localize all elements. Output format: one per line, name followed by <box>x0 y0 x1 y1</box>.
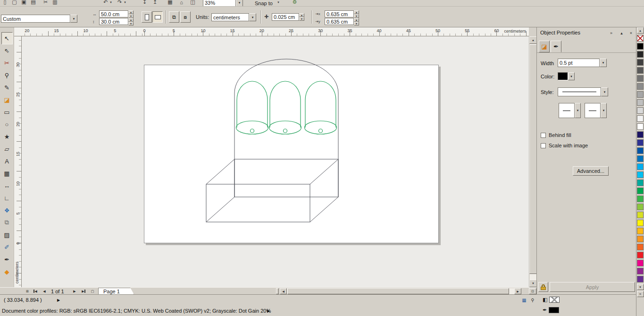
open-document-icon[interactable]: ▢ <box>10 0 18 6</box>
page-menu-button[interactable]: ▢ <box>89 288 96 294</box>
outline-color-dropdown-icon[interactable]: ▾ <box>568 72 575 80</box>
scroll-down-icon[interactable]: ▼ <box>529 280 537 287</box>
duplicate-x-value[interactable]: 0.635 cm <box>325 10 354 17</box>
welcome-screen-icon[interactable]: ⌂ <box>177 0 185 6</box>
lock-button[interactable] <box>538 282 548 292</box>
polygon-tool[interactable]: ★ <box>1 130 13 143</box>
all-pages-size-button[interactable]: ⧉ <box>169 11 179 23</box>
horizontal-scroll-thumb[interactable] <box>287 288 509 294</box>
dimension-tool[interactable]: ↔ <box>1 179 13 192</box>
palette-color-17[interactable] <box>637 179 644 186</box>
horizontal-scrollbar[interactable]: ◀ ▶ <box>280 288 521 294</box>
nudge-value[interactable]: 0.025 cm <box>272 13 299 21</box>
palette-color-26[interactable] <box>637 252 644 258</box>
behind-fill-checkbox[interactable] <box>541 133 546 138</box>
palette-scroll-down-icon[interactable]: ▼ <box>637 284 644 290</box>
palette-scroll-up-icon[interactable]: ▲ <box>637 27 644 34</box>
duplicate-x-field[interactable]: 0.635 cm ▲▼ <box>325 10 359 18</box>
palette-color-14[interactable] <box>637 155 644 162</box>
outline-tab[interactable]: ✒ <box>551 41 561 52</box>
advanced-button[interactable]: Advanced... <box>573 166 609 176</box>
shape-tool[interactable]: ⇖ <box>1 44 13 57</box>
preset-combo[interactable]: Custom ▾ <box>1 15 77 23</box>
pick-tool[interactable]: ↖ <box>1 32 13 44</box>
scroll-up-icon[interactable]: ▲ <box>529 36 537 44</box>
freehand-tool[interactable]: ✎ <box>1 81 13 94</box>
outline-style-dropdown-icon[interactable]: ▾ <box>601 87 608 96</box>
snap-to-label[interactable]: Snap to <box>255 0 273 6</box>
paper-width-spinner[interactable]: ▲▼ <box>128 10 134 18</box>
preset-value[interactable]: Custom <box>1 15 70 23</box>
chart-icon[interactable]: ◫ <box>189 0 197 6</box>
landscape-button[interactable] <box>152 11 163 23</box>
palette-color-25[interactable] <box>637 244 644 250</box>
export-icon[interactable]: ↥ <box>151 0 159 6</box>
drop-shadow-tool[interactable]: ⧉ <box>1 216 13 229</box>
last-page-button[interactable]: ▶ <box>79 288 87 294</box>
page-tab[interactable]: Page 1 <box>98 288 134 294</box>
spin-up-icon[interactable]: ▲ <box>354 18 359 22</box>
docker-close-icon[interactable]: × <box>627 29 635 36</box>
save-icon[interactable]: ▣ <box>20 0 28 6</box>
print-icon[interactable]: ▤ <box>29 0 37 6</box>
outline-width-dropdown-icon[interactable]: ▾ <box>600 59 607 67</box>
outline-pen-tool[interactable]: ✒ <box>1 253 13 265</box>
end-arrowhead-combo[interactable]: ▾ <box>585 103 607 118</box>
zoom-level-dropdown-icon[interactable]: ▾ <box>236 0 243 7</box>
spin-up-icon[interactable]: ▲ <box>128 10 134 14</box>
paper-width-field[interactable]: 50.0 cm ▲▼ <box>99 10 134 18</box>
palette-color-29[interactable] <box>637 276 644 282</box>
palette-color-18[interactable] <box>637 188 644 194</box>
spin-down-icon[interactable]: ▼ <box>299 17 304 21</box>
outline-width-value[interactable]: 0.5 pt <box>558 59 600 67</box>
zoom-level-combo[interactable]: 33% ▾ <box>203 0 243 7</box>
horizontal-ruler[interactable]: centimeters 2015105051015202530354045505… <box>14 27 529 36</box>
duplicate-x-spinner[interactable]: ▲▼ <box>354 10 359 18</box>
undo-dropdown-icon[interactable]: ▾ <box>109 0 113 6</box>
next-page-button[interactable]: ▶ <box>71 288 78 294</box>
blend-tool[interactable]: ❖ <box>1 204 13 216</box>
palette-color-22[interactable] <box>637 220 644 226</box>
vertical-scroll-thumb[interactable] <box>529 44 537 274</box>
add-page-button[interactable]: ⊞ <box>24 288 31 294</box>
drawing-canvas[interactable] <box>22 36 529 287</box>
palette-color-0[interactable] <box>637 43 644 50</box>
palette-color-20[interactable] <box>637 204 644 210</box>
scroll-left-icon[interactable]: ◀ <box>280 288 287 294</box>
outline-style-combo[interactable]: ▾ <box>558 87 608 96</box>
redo-dropdown-icon[interactable]: ▾ <box>123 0 127 6</box>
application-launcher-icon[interactable]: ▦ <box>166 0 174 6</box>
no-color-swatch[interactable] <box>637 35 644 42</box>
portrait-button[interactable] <box>142 11 152 23</box>
transparency-tool[interactable]: ▨ <box>1 229 13 241</box>
end-arrowhead-preview[interactable] <box>585 103 601 118</box>
spin-up-icon[interactable]: ▲ <box>128 18 134 22</box>
palette-color-5[interactable] <box>637 83 644 90</box>
outline-color-combo[interactable]: ▾ <box>558 72 575 80</box>
snap-to-dropdown-icon[interactable]: ▾ <box>276 0 281 6</box>
vertical-scrollbar[interactable]: ▲ ▼ <box>529 36 536 287</box>
current-page-size-button[interactable]: ⧇ <box>180 11 191 23</box>
start-arrowhead-combo[interactable]: ▾ <box>559 103 581 118</box>
palette-color-16[interactable] <box>637 171 644 178</box>
spin-down-icon[interactable]: ▼ <box>354 14 359 18</box>
eyedropper-tool[interactable]: ✐ <box>1 241 13 253</box>
palette-color-8[interactable] <box>637 107 644 114</box>
smart-fill-tool[interactable]: ◪ <box>1 94 13 106</box>
paper-height-spinner[interactable]: ▲▼ <box>128 18 134 26</box>
palette-color-4[interactable] <box>637 75 644 82</box>
rectangle-tool[interactable]: ▭ <box>1 106 13 118</box>
view-splitter-handle[interactable] <box>276 288 279 294</box>
palette-color-24[interactable] <box>637 236 644 242</box>
fill-tab[interactable]: ◪ <box>539 41 550 52</box>
palette-color-6[interactable] <box>637 91 644 98</box>
docker-quick-customize-icon[interactable]: » <box>608 29 615 36</box>
paper-height-value[interactable]: 30.0 cm <box>99 18 128 25</box>
cut-icon[interactable]: ✂ <box>42 0 50 6</box>
duplicate-y-field[interactable]: 0.635 cm ▲▼ <box>325 18 359 26</box>
preset-dropdown-icon[interactable]: ▾ <box>70 15 77 23</box>
outline-style-preview[interactable] <box>558 87 601 96</box>
text-tool[interactable]: A <box>1 155 13 167</box>
units-dropdown-icon[interactable]: ▾ <box>249 13 256 21</box>
palette-color-2[interactable] <box>637 59 644 66</box>
